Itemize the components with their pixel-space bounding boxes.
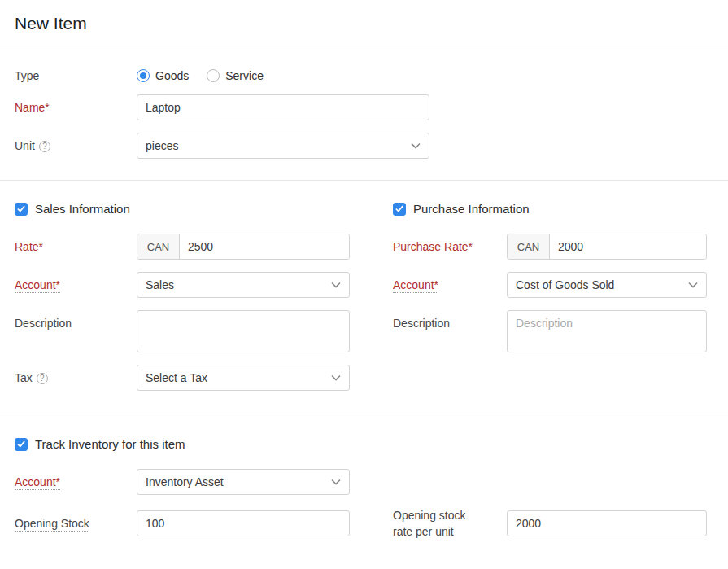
opening-stock-input[interactable] <box>137 510 350 536</box>
type-row: Type Goods Service <box>15 69 713 82</box>
sales-account-value: Sales <box>146 278 174 291</box>
currency-prefix: CAN <box>137 234 180 259</box>
sales-description-row: Description <box>15 310 393 352</box>
unit-row: Unit? pieces <box>15 133 713 159</box>
tax-label: Tax? <box>15 371 137 384</box>
opening-stock-rate-input[interactable] <box>507 510 707 536</box>
checkbox-checked-icon <box>15 203 28 216</box>
chevron-down-icon <box>411 142 421 149</box>
inventory-account-label: Account* <box>15 475 137 488</box>
chevron-down-icon <box>331 282 341 288</box>
purchase-account-row: Account* Cost of Goods Sold <box>393 272 713 298</box>
basic-info-section: Type Goods Service Name* Unit? pieces <box>0 46 728 180</box>
sales-rate-row: Rate* CAN <box>15 234 393 260</box>
sales-info-title: Sales Information <box>35 202 130 216</box>
opening-stock-rate-label: Opening stock rate per unit <box>393 507 507 541</box>
sales-column: Sales Information Rate* CAN Account* Sal… <box>15 202 393 391</box>
page-title: New Item <box>15 14 713 33</box>
track-inventory-title: Track Inventory for this item <box>35 437 185 451</box>
purchase-account-value: Cost of Goods Sold <box>516 278 614 291</box>
inventory-account-select[interactable]: Inventory Asset <box>137 469 350 495</box>
purchase-column: Purchase Information Purchase Rate* CAN … <box>393 202 713 391</box>
sales-rate-label: Rate* <box>15 240 137 253</box>
inventory-account-row: Account* Inventory Asset <box>15 469 713 495</box>
purchase-rate-input[interactable] <box>550 234 706 259</box>
radio-option-goods[interactable]: Goods <box>137 69 189 82</box>
purchase-info-toggle[interactable]: Purchase Information <box>393 202 713 216</box>
page-header: New Item <box>0 0 728 46</box>
purchase-description-label: Description <box>393 310 507 330</box>
currency-prefix: CAN <box>508 234 550 259</box>
sales-info-toggle[interactable]: Sales Information <box>15 202 393 216</box>
unit-label: Unit? <box>15 139 137 152</box>
sales-description-label: Description <box>15 310 137 330</box>
tax-row: Tax? Select a Tax <box>15 365 393 391</box>
radio-service-label: Service <box>225 69 264 82</box>
chevron-down-icon <box>331 374 341 381</box>
opening-stock-rate-pair: Opening stock rate per unit <box>393 507 707 541</box>
purchase-account-label: Account* <box>393 278 507 291</box>
inventory-section: Track Inventory for this item Account* I… <box>0 414 728 562</box>
type-radio-group: Goods Service <box>137 69 264 82</box>
tax-select-value: Select a Tax <box>146 371 207 384</box>
sales-purchase-columns: Sales Information Rate* CAN Account* Sal… <box>0 181 728 414</box>
radio-unselected-icon <box>207 69 220 82</box>
checkbox-checked-icon <box>15 438 28 451</box>
tax-select[interactable]: Select a Tax <box>137 365 350 391</box>
radio-goods-label: Goods <box>155 69 189 82</box>
purchase-account-select[interactable]: Cost of Goods Sold <box>507 272 707 298</box>
purchase-rate-row: Purchase Rate* CAN <box>393 234 713 260</box>
purchase-rate-label: Purchase Rate* <box>393 240 507 253</box>
help-icon[interactable]: ? <box>39 141 50 152</box>
unit-select-value: pieces <box>146 139 178 152</box>
opening-stock-row: Opening Stock Opening stock rate per uni… <box>15 507 713 541</box>
unit-select[interactable]: pieces <box>137 133 429 159</box>
chevron-down-icon <box>688 282 698 288</box>
sales-description-textarea[interactable] <box>137 310 350 352</box>
help-icon[interactable]: ? <box>37 373 48 384</box>
new-item-page: New Item Type Goods Service Name* Unit? <box>0 0 728 569</box>
name-row: Name* <box>15 94 713 120</box>
chevron-down-icon <box>331 479 341 485</box>
radio-selected-icon <box>137 69 150 82</box>
inventory-account-value: Inventory Asset <box>146 475 224 488</box>
purchase-info-title: Purchase Information <box>413 202 530 216</box>
purchase-description-textarea[interactable] <box>507 310 707 352</box>
radio-option-service[interactable]: Service <box>207 69 264 82</box>
sales-rate-group: CAN <box>137 234 350 260</box>
type-label: Type <box>15 69 137 82</box>
name-label: Name* <box>15 101 137 114</box>
track-inventory-toggle[interactable]: Track Inventory for this item <box>15 437 713 451</box>
opening-stock-label: Opening Stock <box>15 517 137 530</box>
purchase-description-row: Description <box>393 310 713 352</box>
sales-account-row: Account* Sales <box>15 272 393 298</box>
sales-account-label: Account* <box>15 278 137 291</box>
checkbox-checked-icon <box>393 203 406 216</box>
sales-rate-input[interactable] <box>180 234 349 259</box>
sales-account-select[interactable]: Sales <box>137 272 350 298</box>
name-input[interactable] <box>137 94 429 120</box>
purchase-rate-group: CAN <box>507 234 707 260</box>
